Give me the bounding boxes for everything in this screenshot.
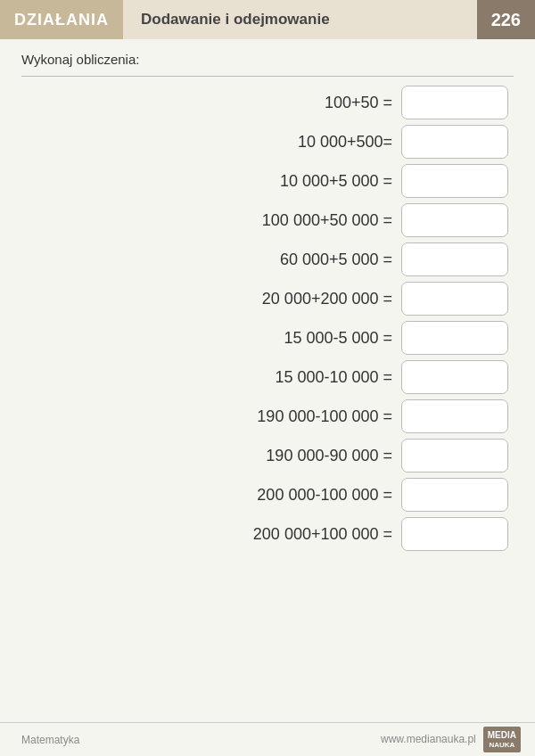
footer-subject: Matematyka [21,734,79,746]
page-number: 226 [477,0,535,39]
answer-box[interactable] [401,478,508,512]
answer-box[interactable] [401,164,508,198]
answer-box[interactable] [401,517,508,551]
answer-box[interactable] [401,282,508,316]
problems-list: 100+50 =10 000+500=10 000+5 000 =100 000… [0,77,535,560]
answer-box[interactable] [401,86,508,119]
page-header: DZIAŁANIA Dodawanie i odejmowanie 226 [0,0,535,39]
problem-row: 60 000+5 000 = [27,242,508,276]
problem-row: 190 000-90 000 = [27,439,508,472]
problem-row: 10 000+5 000 = [27,164,508,198]
problem-row: 15 000-5 000 = [27,321,508,355]
problem-expression: 20 000+200 000 = [178,290,392,308]
problem-row: 200 000-100 000 = [27,478,508,512]
answer-box[interactable] [401,360,508,394]
problem-expression: 10 000+500= [178,133,392,152]
problem-expression: 190 000-90 000 = [178,447,392,465]
problem-row: 100 000+50 000 = [27,203,508,237]
footer-right: www.medianauka.pl MEDIA NAUKA [381,727,521,752]
footer-url: www.medianauka.pl [381,733,476,745]
footer-logo: MEDIA NAUKA [483,727,521,752]
problem-expression: 10 000+5 000 = [178,172,392,191]
answer-box[interactable] [401,399,508,433]
header-title: DZIAŁANIA [0,0,123,39]
problem-row: 100+50 = [27,86,508,119]
answer-box[interactable] [401,242,508,276]
answer-box[interactable] [401,203,508,237]
instruction-text: Wykonaj obliczenia: [0,39,535,72]
problem-expression: 15 000-10 000 = [178,368,392,387]
problem-row: 10 000+500= [27,125,508,159]
answer-box[interactable] [401,125,508,159]
problem-expression: 200 000+100 000 = [178,525,392,544]
problem-row: 15 000-10 000 = [27,360,508,394]
header-subtitle: Dodawanie i odejmowanie [123,0,477,39]
problem-expression: 100+50 = [178,94,392,112]
problem-row: 200 000+100 000 = [27,517,508,551]
problem-expression: 15 000-5 000 = [178,329,392,348]
answer-box[interactable] [401,439,508,472]
problem-row: 20 000+200 000 = [27,282,508,316]
problem-expression: 190 000-100 000 = [178,407,392,426]
page-footer: Matematyka www.medianauka.pl MEDIA NAUKA [0,722,535,756]
problem-expression: 200 000-100 000 = [178,486,392,505]
answer-box[interactable] [401,321,508,355]
problem-expression: 100 000+50 000 = [178,211,392,230]
problem-expression: 60 000+5 000 = [178,251,392,269]
problem-row: 190 000-100 000 = [27,399,508,433]
